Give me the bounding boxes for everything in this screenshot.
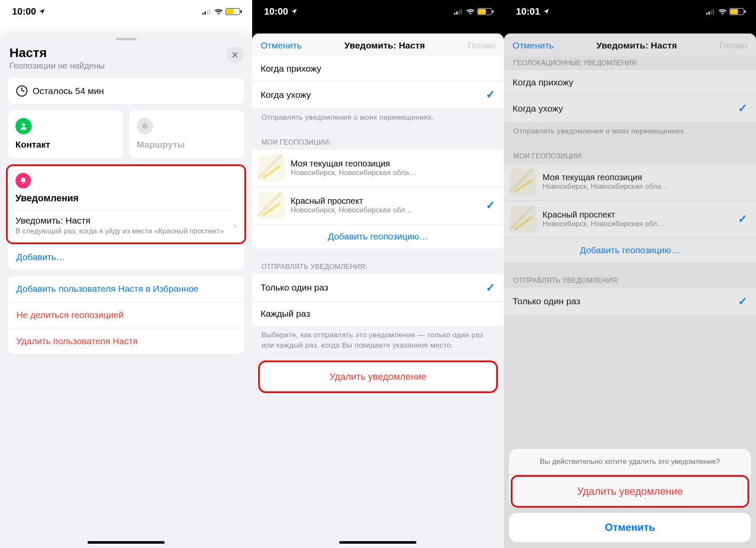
wifi-icon — [466, 9, 475, 15]
svg-rect-1 — [205, 12, 206, 15]
checkmark-icon: ✓ — [738, 102, 747, 115]
stop-sharing-button[interactable]: Не делиться геопозицией — [8, 302, 244, 328]
send-caption: Выберите, как отправлять это уведомление… — [252, 326, 504, 358]
modal-title: Уведомить: Настя — [344, 40, 425, 51]
delete-notification-button[interactable]: Удалить уведомление — [261, 363, 495, 390]
location-subtitle: Новосибирск, Новосибирская обла… — [542, 182, 747, 191]
location-arrow-icon — [543, 8, 550, 15]
action-sheet: Вы действительно хотите удалить это увед… — [509, 449, 751, 542]
svg-rect-0 — [202, 13, 204, 15]
svg-rect-8 — [461, 9, 462, 15]
svg-rect-3 — [209, 9, 210, 15]
svg-rect-9 — [706, 13, 708, 15]
add-notification-button[interactable]: Добавить… — [8, 244, 244, 270]
home-indicator[interactable] — [339, 541, 416, 544]
status-time: 10:00 — [264, 6, 288, 17]
notifications-highlight: Уведомления Уведомить: Настя В следующий… — [6, 164, 246, 244]
location-title: Красный проспект — [291, 196, 480, 206]
remaining-label: Осталось 54 мин — [33, 86, 104, 96]
add-favorite-button[interactable]: Добавить пользователя Настя в Избранное — [8, 276, 244, 302]
location-subtitle: Новосибирск, Новосибирская обл… — [542, 220, 732, 228]
once-label: Только один раз — [512, 296, 738, 306]
modal-title: Уведомить: Настя — [596, 40, 677, 51]
location-arrow-icon — [291, 8, 298, 15]
notification-item[interactable]: Уведомить: Настя В следующий раз, когда … — [15, 210, 237, 236]
delete-user-button[interactable]: Удалить пользователя Настя — [8, 328, 244, 354]
status-bar: 10:00 — [252, 0, 504, 23]
map-thumbnail-icon — [510, 169, 536, 195]
geo-notifications-header: ГЕОЛОКАЦИОННЫЕ УВЕДОМЛЕНИЯ: — [504, 57, 756, 70]
person-icon — [15, 118, 32, 134]
when-leave-row[interactable]: Когда ухожу ✓ — [252, 81, 504, 108]
close-button[interactable] — [226, 46, 244, 64]
status-time: 10:01 — [516, 6, 540, 17]
location-current-row[interactable]: Моя текущая геопозиция Новосибирск, Ново… — [252, 150, 504, 187]
clock-icon — [16, 85, 27, 97]
location-title: Моя текущая геопозиция — [291, 159, 496, 169]
cancel-button[interactable]: Отменить — [261, 40, 302, 51]
checkmark-icon: ✓ — [486, 281, 495, 294]
phone-3: 10:01 Отменить Уведомить: Настя Готово Г… — [504, 0, 756, 548]
cellular-icon — [706, 9, 716, 15]
svg-rect-11 — [711, 10, 712, 15]
checkmark-icon: ✓ — [738, 295, 747, 308]
chevron-right-icon: › — [233, 220, 237, 232]
location-title: Красный проспект — [542, 210, 732, 220]
action-sheet-cancel-button[interactable]: Отменить — [509, 513, 751, 542]
svg-rect-2 — [207, 10, 208, 15]
notify-sheet: Отменить Уведомить: Настя Готово ГЕОЛОКА… — [504, 33, 756, 548]
sheet-grabber[interactable] — [116, 38, 136, 40]
location-current-row[interactable]: Моя текущая геопозиция Новосибирск, Ново… — [504, 163, 756, 201]
checkmark-icon: ✓ — [486, 199, 495, 212]
cancel-button[interactable]: Отменить — [512, 40, 554, 51]
my-locations-header: МОИ ГЕОПОЗИЦИИ: — [252, 130, 504, 150]
status-bar: 10:01 — [504, 0, 756, 23]
my-locations-header: МОИ ГЕОПОЗИЦИИ: — [504, 144, 756, 163]
routes-card: Маршруты — [129, 110, 244, 158]
add-location-button[interactable]: Добавить геопозицию… — [504, 238, 756, 262]
location-subtitle: Новосибирск, Новосибирская обла… — [291, 169, 496, 177]
status-time: 10:00 — [12, 6, 36, 17]
svg-rect-10 — [708, 12, 710, 15]
when-leave-row[interactable]: Когда ухожу ✓ — [504, 95, 756, 122]
every-label: Каждый раз — [261, 309, 496, 319]
home-indicator[interactable] — [87, 541, 165, 544]
once-row[interactable]: Только один раз ✓ — [504, 288, 756, 315]
contact-subtitle: Геопозиции не найдены — [9, 61, 243, 71]
routes-label: Маршруты — [137, 139, 237, 150]
location-arrow-icon — [39, 8, 45, 15]
contact-card[interactable]: Контакт — [8, 110, 123, 158]
when-arrive-row[interactable]: Когда прихожу — [504, 70, 756, 95]
send-notifications-header: ОТПРАВЛЯТЬ УВЕДОМЛЕНИЯ: — [504, 262, 756, 288]
when-leave-label: Когда ухожу — [261, 90, 486, 100]
confirm-delete-button[interactable]: Удалить уведомление — [512, 477, 747, 506]
every-row[interactable]: Каждый раз — [252, 302, 504, 326]
notifications-header: Уведомления — [15, 193, 237, 204]
svg-rect-5 — [454, 13, 455, 15]
when-arrive-label: Когда прихожу — [512, 77, 747, 88]
checkmark-icon: ✓ — [486, 88, 495, 101]
location-title: Моя текущая геопозиция — [542, 173, 747, 182]
battery-icon — [226, 8, 240, 15]
send-notifications-header: ОТПРАВЛЯТЬ УВЕДОМЛЕНИЯ: — [252, 248, 504, 274]
action-sheet-prompt: Вы действительно хотите удалить это увед… — [509, 449, 751, 475]
movement-caption: Отправлять уведомления о моих перемещени… — [504, 122, 756, 144]
location-subtitle: Новосибирск, Новосибирская обл… — [291, 206, 480, 215]
done-button[interactable]: Готово — [467, 40, 495, 51]
when-arrive-row[interactable]: Когда прихожу — [252, 57, 504, 81]
add-location-button[interactable]: Добавить геопозицию… — [252, 224, 504, 248]
done-button[interactable]: Готово — [720, 40, 747, 51]
map-thumbnail-icon — [258, 155, 285, 182]
svg-rect-7 — [458, 10, 460, 15]
contact-label: Контакт — [15, 139, 115, 150]
cellular-icon — [454, 9, 464, 15]
delete-highlight: Удалить уведомление — [258, 360, 498, 393]
checkmark-icon: ✓ — [738, 212, 747, 226]
bell-icon — [15, 173, 31, 188]
location-krasny-row[interactable]: Красный проспект Новосибирск, Новосибирс… — [252, 187, 504, 224]
phone-2: 10:00 Отменить Уведомить: Настя Готово К… — [252, 0, 504, 548]
remaining-pill[interactable]: Осталось 54 мин — [8, 78, 244, 104]
once-row[interactable]: Только один раз ✓ — [252, 274, 504, 302]
location-krasny-row[interactable]: Красный проспект Новосибирск, Новосибирс… — [504, 201, 756, 238]
map-thumbnail-icon — [510, 206, 536, 233]
